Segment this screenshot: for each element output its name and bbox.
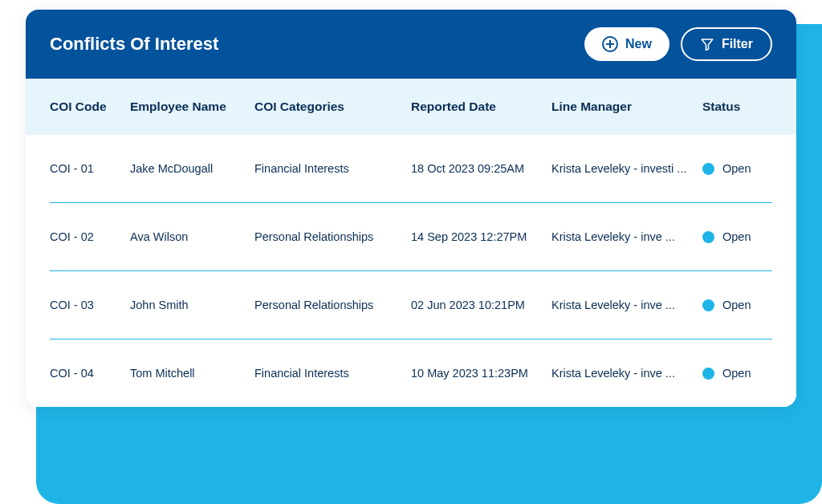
column-header-status: Status: [702, 100, 772, 114]
table-body: COI - 01 Jake McDougall Financial Intere…: [26, 135, 796, 407]
svg-marker-0: [702, 39, 713, 51]
cell-code: COI - 03: [50, 299, 130, 311]
header-actions: New Filter: [584, 27, 772, 61]
cell-categories: Financial Interests: [254, 367, 411, 380]
cell-employee: Ava Wilson: [130, 230, 254, 243]
cell-reported: 18 Oct 2023 09:25AM: [411, 162, 551, 175]
new-button[interactable]: New: [584, 27, 669, 61]
filter-button-label: Filter: [722, 37, 753, 51]
new-button-label: New: [625, 37, 652, 51]
cell-manager: Krista Leveleky - investi ...: [551, 162, 702, 175]
cell-reported: 14 Sep 2023 12:27PM: [411, 230, 551, 243]
column-header-manager: Line Manager: [551, 100, 702, 114]
cell-manager: Krista Leveleky - inve ...: [551, 299, 702, 311]
cell-reported: 10 May 2023 11:23PM: [411, 367, 551, 380]
filter-button[interactable]: Filter: [681, 27, 772, 61]
status-dot-icon: [702, 163, 714, 175]
cell-categories: Financial Interests: [254, 162, 411, 175]
coi-table: COI Code Employee Name COI Categories Re…: [26, 79, 796, 407]
status-label: Open: [722, 162, 751, 175]
cell-categories: Personal Relationships: [254, 230, 411, 243]
status-label: Open: [722, 367, 751, 380]
cell-categories: Personal Relationships: [254, 299, 411, 311]
status-dot-icon: [702, 368, 714, 380]
plus-circle-icon: [602, 36, 618, 52]
status-dot-icon: [702, 231, 714, 243]
status-label: Open: [722, 230, 751, 243]
funnel-icon: [700, 37, 714, 51]
cell-code: COI - 02: [50, 230, 130, 243]
cell-reported: 02 Jun 2023 10:21PM: [411, 299, 551, 311]
table-header-row: COI Code Employee Name COI Categories Re…: [26, 79, 796, 135]
cell-manager: Krista Leveleky - inve ...: [551, 367, 702, 380]
column-header-employee: Employee Name: [130, 100, 254, 114]
status-dot-icon: [702, 299, 714, 311]
column-header-code: COI Code: [50, 100, 130, 114]
status-label: Open: [722, 299, 751, 311]
cell-code: COI - 04: [50, 367, 130, 380]
cell-employee: John Smith: [130, 299, 254, 311]
cell-employee: Tom Mitchell: [130, 367, 254, 380]
table-row[interactable]: COI - 02 Ava Wilson Personal Relationshi…: [50, 203, 772, 271]
cell-status: Open: [702, 162, 772, 175]
cell-status: Open: [702, 299, 772, 311]
cell-manager: Krista Leveleky - inve ...: [551, 230, 702, 243]
column-header-categories: COI Categories: [254, 100, 411, 114]
cell-code: COI - 01: [50, 162, 130, 175]
page-title: Conflicts Of Interest: [50, 34, 218, 55]
column-header-reported: Reported Date: [411, 100, 551, 114]
table-row[interactable]: COI - 03 John Smith Personal Relationshi…: [50, 271, 772, 339]
card-header: Conflicts Of Interest New Filter: [26, 10, 796, 79]
coi-card: Conflicts Of Interest New Filter: [26, 10, 796, 407]
table-row[interactable]: COI - 01 Jake McDougall Financial Intere…: [50, 135, 772, 203]
cell-employee: Jake McDougall: [130, 162, 254, 175]
table-row[interactable]: COI - 04 Tom Mitchell Financial Interest…: [50, 339, 772, 407]
cell-status: Open: [702, 367, 772, 380]
cell-status: Open: [702, 230, 772, 243]
